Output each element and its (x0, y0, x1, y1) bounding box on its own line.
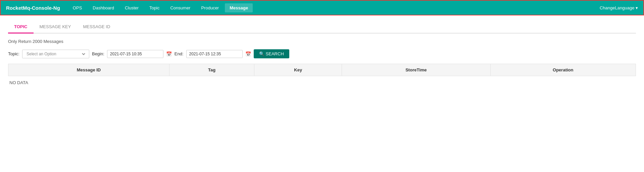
table-header-row: Message ID Tag Key StoreTime Operation (8, 64, 636, 76)
nav-item-dashboard[interactable]: Dashboard (88, 3, 119, 12)
change-language[interactable]: ChangeLanguage (600, 5, 638, 10)
info-text: Only Return 2000 Messages (8, 39, 636, 44)
nav-brand[interactable]: RocketMq-Console-Ng (6, 5, 60, 11)
col-key: Key (254, 64, 342, 76)
end-calendar-icon[interactable]: 📅 (245, 51, 251, 57)
col-store-time: StoreTime (342, 64, 490, 76)
col-operation: Operation (490, 64, 636, 76)
nav-item-message[interactable]: Message (225, 3, 253, 12)
end-date-input[interactable] (186, 50, 243, 58)
navbar: RocketMq-Console-Ng OPS Dashboard Cluste… (0, 0, 644, 15)
search-icon: 🔍 (259, 51, 264, 56)
nav-item-producer[interactable]: Producer (196, 3, 224, 12)
end-label: End: (175, 51, 184, 56)
col-tag: Tag (169, 64, 254, 76)
no-data-text: NO DATA (8, 76, 636, 89)
main-content: TOPIC MESSAGE KEY MESSAGE ID Only Return… (0, 15, 644, 95)
search-button-label: SEARCH (266, 51, 284, 56)
begin-date-input[interactable] (107, 50, 163, 58)
search-bar: Topic: Select an Option Begin: 📅 End: 📅 … (8, 49, 636, 58)
nav-item-ops[interactable]: OPS (68, 3, 87, 12)
nav-item-cluster[interactable]: Cluster (120, 3, 143, 12)
tab-topic[interactable]: TOPIC (8, 21, 34, 34)
topic-label: Topic: (8, 51, 19, 56)
begin-label: Begin: (92, 51, 104, 56)
tab-bar: TOPIC MESSAGE KEY MESSAGE ID (8, 21, 636, 34)
search-button[interactable]: 🔍 SEARCH (254, 49, 289, 58)
nav-item-consumer[interactable]: Consumer (165, 3, 195, 12)
nav-items: OPS Dashboard Cluster Topic Consumer Pro… (68, 3, 600, 12)
col-message-id: Message ID (8, 64, 169, 76)
topic-select[interactable]: Select an Option (25, 51, 86, 57)
topic-select-wrapper[interactable]: Select an Option (22, 50, 89, 58)
tab-message-id[interactable]: MESSAGE ID (77, 21, 116, 34)
data-table: Message ID Tag Key StoreTime Operation (8, 64, 636, 76)
begin-calendar-icon[interactable]: 📅 (166, 51, 172, 57)
nav-item-topic[interactable]: Topic (145, 3, 164, 12)
table-header: Message ID Tag Key StoreTime Operation (8, 64, 636, 76)
tab-message-key[interactable]: MESSAGE KEY (34, 21, 77, 34)
